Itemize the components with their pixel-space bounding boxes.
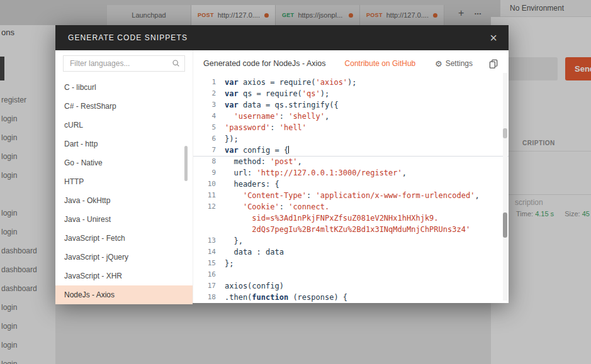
modal-title: GENERATE CODE SNIPPETS [68, 33, 188, 42]
code-line: 5'password': 'hell' [193, 122, 509, 133]
line-content: var axios = require('axios'); [225, 77, 357, 88]
language-item[interactable]: Java - Unirest [55, 210, 193, 229]
code-line: 4 'username': 'shelly', [193, 111, 509, 122]
text-cursor [288, 146, 289, 153]
code-line: sid=s%3Ad1nPkjFNPxZfsuZ081eV2NHx1hHXhjk9… [193, 212, 509, 224]
line-content: 'Content-Type': 'application/x-www-form-… [225, 190, 484, 201]
line-content: var config = { [225, 145, 289, 156]
code-line: 3var data = qs.stringify({ [193, 99, 509, 111]
line-content: .then(function (response) { [225, 292, 347, 303]
language-item[interactable]: Dart - http [55, 135, 193, 153]
line-number: 12 [193, 201, 225, 212]
line-content: }, [225, 235, 243, 246]
line-number: 9 [193, 167, 225, 179]
code-line: 9 url: 'http://127.0.0.1:3000/register', [193, 167, 509, 179]
line-number: 14 [193, 246, 225, 258]
settings-button[interactable]: Settings [446, 59, 473, 68]
code-line: 10 headers: { [193, 179, 509, 190]
code-line: 1var axios = require('axios'); [193, 77, 509, 88]
line-number: 4 [193, 111, 225, 122]
line-number: 2 [193, 88, 225, 99]
code-lines: 1var axios = require('axios');2var qs = … [193, 77, 509, 303]
language-item[interactable]: JavaScript - XHR [55, 267, 193, 285]
modal-header: GENERATE CODE SNIPPETS × [55, 25, 509, 50]
code-line: 18.then(function (response) { [193, 292, 509, 303]
line-content: }; [225, 258, 234, 269]
language-item[interactable]: Go - Native [55, 153, 193, 172]
line-content: method: 'post', [225, 156, 302, 167]
code-line: 6}); [193, 133, 509, 145]
code-line: 8 method: 'post', [193, 156, 509, 167]
line-number: 5 [193, 122, 225, 133]
code-header: Generated code for NodeJs - Axios Contri… [193, 54, 509, 73]
line-number: 7 [193, 145, 225, 156]
language-item[interactable]: NodeJs - Axios [55, 285, 193, 304]
line-number: 17 [193, 280, 225, 292]
code-line: 2var qs = require('qs'); [193, 88, 509, 99]
contribute-link[interactable]: Contribute on GitHub [345, 59, 416, 68]
language-item[interactable]: Java - OkHttp [55, 191, 193, 210]
language-item[interactable]: C - libcurl [55, 78, 193, 97]
filter-wrap [63, 55, 185, 72]
close-icon[interactable]: × [490, 31, 497, 44]
line-content: 'Cookie': 'connect. [225, 201, 329, 212]
language-item[interactable]: C# - RestSharp [55, 97, 193, 116]
code-panel: Generated code for NodeJs - Axios Contri… [193, 50, 509, 303]
line-content: 2dQs7pegIu%2Br4mltKZu%2Bd1x3INqMduMnjChP… [225, 224, 470, 235]
line-number [193, 224, 225, 235]
line-number: 11 [193, 190, 225, 201]
language-item[interactable]: JavaScript - Fetch [55, 229, 193, 248]
line-number: 18 [193, 292, 225, 303]
code-line: 11 'Content-Type': 'application/x-www-fo… [193, 190, 509, 201]
code-line: 16 [193, 269, 509, 280]
line-number: 15 [193, 258, 225, 269]
line-content: sid=s%3Ad1nPkjFNPxZfsuZ081eV2NHx1hHXhjk9… [225, 212, 439, 224]
code-line: 7var config = { [193, 145, 509, 156]
language-item[interactable]: JavaScript - jQuery [55, 248, 193, 267]
copy-icon[interactable] [489, 59, 498, 69]
line-number: 10 [193, 179, 225, 190]
line-content: axios(config) [225, 280, 284, 292]
line-number: 6 [193, 133, 225, 145]
line-content: url: 'http://127.0.0.1:3000/register', [225, 167, 407, 179]
language-scrollbar[interactable] [184, 146, 188, 181]
search-icon [172, 59, 180, 67]
line-content: data : data [225, 246, 284, 258]
code-scrollbar-thumb-upper[interactable] [503, 128, 507, 138]
gear-icon: ⚙ [435, 59, 442, 69]
line-number [193, 212, 225, 224]
generate-code-modal: GENERATE CODE SNIPPETS × C - libcurlC# -… [55, 25, 509, 303]
language-item[interactable]: cURL [55, 116, 193, 135]
line-number: 16 [193, 269, 225, 280]
line-content: 'password': 'hell' [225, 122, 307, 133]
filter-languages-input[interactable] [63, 55, 185, 72]
line-content: headers: { [225, 179, 284, 190]
line-content: var data = qs.stringify({ [225, 99, 339, 111]
code-line: 17axios(config) [193, 280, 509, 292]
line-content: 'username': 'shelly', [225, 111, 329, 122]
language-panel: C - libcurlC# - RestSharpcURLDart - http… [55, 50, 193, 303]
line-number: 13 [193, 235, 225, 246]
modal-body: C - libcurlC# - RestSharpcURLDart - http… [55, 50, 509, 303]
code-line: 12 'Cookie': 'connect. [193, 201, 509, 212]
line-number: 3 [193, 99, 225, 111]
language-item[interactable]: HTTP [55, 172, 193, 191]
code-line: 14 data : data [193, 246, 509, 258]
generated-code-title: Generated code for NodeJs - Axios [203, 59, 326, 68]
line-number: 8 [193, 156, 225, 167]
line-number: 1 [193, 77, 225, 88]
line-content: var qs = require('qs'); [225, 88, 329, 99]
line-content: }); [225, 133, 239, 145]
language-list: C - libcurlC# - RestSharpcURLDart - http… [55, 78, 193, 304]
code-line: 13 }, [193, 235, 509, 246]
code-scrollbar-thumb[interactable] [503, 212, 507, 238]
code-line: 2dQs7pegIu%2Br4mltKZu%2Bd1x3INqMduMnjChP… [193, 224, 509, 235]
code-line: 15}; [193, 258, 509, 269]
code-scrollbar[interactable] [503, 73, 507, 301]
